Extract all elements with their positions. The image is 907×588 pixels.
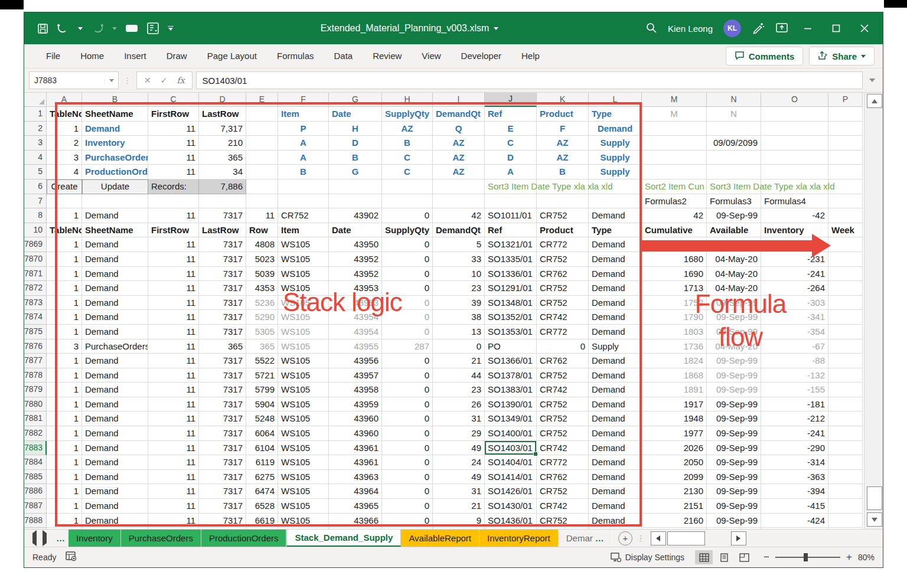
cell-M6[interactable]: Sort2 Item Cun [642, 179, 707, 194]
cell-H7881[interactable]: 0 [382, 411, 433, 426]
cell-M7873[interactable]: 1752 [642, 296, 707, 311]
cell-B8[interactable]: Demand [82, 208, 148, 223]
cell-J7880[interactable]: SO1390/01 [485, 397, 537, 412]
cell-L7884[interactable]: Demand [589, 455, 642, 470]
cell-N7871[interactable]: 04-May-20 [707, 267, 761, 282]
cell-G7879[interactable]: 43958 [329, 383, 382, 397]
comments-button[interactable]: Comments [726, 47, 804, 66]
cell-G7886[interactable]: 43964 [329, 484, 382, 499]
cell-L7878[interactable]: Demand [589, 368, 642, 383]
insert-function-icon[interactable]: fx [177, 76, 184, 85]
redo-icon[interactable] [91, 23, 104, 34]
cell-F7888[interactable]: WS105 [278, 514, 329, 528]
cell-D8[interactable]: 7317 [199, 208, 246, 223]
cell-F7880[interactable]: WS105 [278, 397, 329, 412]
cell-B7888[interactable]: Demand [82, 514, 148, 528]
cell-N7880[interactable]: 09-Sep-99 [707, 397, 761, 412]
cell-E10[interactable]: Row [246, 223, 278, 238]
cell-P7880[interactable] [828, 397, 863, 412]
cell-F7883[interactable]: WS105 [278, 441, 329, 456]
sheet-more-icon[interactable]: … [53, 530, 68, 547]
cell-D7869[interactable]: 7317 [199, 237, 246, 252]
cell-K7874[interactable]: CR742 [537, 310, 589, 325]
cell-D7876[interactable]: 365 [199, 339, 246, 354]
ribbon-tab-file[interactable]: File [36, 44, 70, 68]
column-header-H[interactable]: H [382, 93, 433, 107]
cell-E7[interactable] [246, 194, 278, 209]
cell-G7872[interactable]: 43953 [329, 281, 382, 296]
cell-C7873[interactable]: 11 [148, 296, 199, 311]
cell-K7880[interactable]: CR752 [537, 397, 589, 412]
cell-F7875[interactable]: WS105 [278, 325, 329, 339]
cell-I7872[interactable]: 23 [433, 281, 485, 296]
cell-I1[interactable]: DemandQt [433, 107, 485, 122]
cell-M1[interactable]: M [642, 107, 707, 122]
cell-K7885[interactable]: CR762 [537, 470, 589, 485]
cell-J7869[interactable]: SO1321/01 [485, 237, 537, 252]
cell-A3[interactable]: 2 [47, 136, 82, 151]
cell-J7879[interactable]: SO1383/01 [485, 383, 537, 397]
cell-E8[interactable]: 11 [246, 208, 278, 223]
cell-D7879[interactable]: 7317 [199, 383, 246, 397]
cell-O8[interactable]: -42 [761, 208, 828, 223]
select-all-corner[interactable] [24, 93, 47, 107]
cell-O7882[interactable]: -241 [761, 426, 828, 441]
cell-F4[interactable]: A [278, 151, 329, 165]
sheet-tab-inventoryreport[interactable]: InventoryReport [479, 530, 559, 547]
row-header-4[interactable]: 4 [24, 151, 47, 165]
cell-E7882[interactable]: 6064 [246, 426, 278, 441]
cell-C7875[interactable]: 11 [148, 325, 199, 339]
cell-C7887[interactable]: 11 [148, 499, 199, 514]
cell-B7877[interactable]: Demand [82, 354, 148, 368]
row-header-5[interactable]: 5 [24, 165, 47, 179]
cell-O7886[interactable]: -394 [761, 484, 828, 499]
cell-J7877[interactable]: SO1366/01 [485, 354, 537, 368]
row-header-7882[interactable]: 7882 [24, 426, 47, 441]
cell-E7879[interactable]: 5799 [246, 383, 278, 397]
cell-H7872[interactable]: 0 [382, 281, 433, 296]
cell-I7875[interactable]: 13 [433, 325, 485, 339]
cell-L7870[interactable]: Demand [589, 252, 642, 267]
ribbon-tab-developer[interactable]: Developer [451, 44, 511, 68]
cell-K7882[interactable]: CR752 [537, 426, 589, 441]
cell-M2[interactable] [642, 122, 707, 136]
cell-L7885[interactable]: Demand [589, 470, 642, 485]
page-layout-view-button[interactable] [715, 550, 733, 564]
cell-K3[interactable]: AZ [537, 136, 589, 151]
share-button[interactable]: Share [809, 47, 875, 66]
cell-K7886[interactable]: CR752 [537, 484, 589, 499]
display-settings-button[interactable]: Display Settings [611, 553, 684, 563]
cell-E7869[interactable]: 4808 [246, 237, 278, 252]
cell-F7876[interactable]: WS105 [278, 339, 329, 354]
cell-O7881[interactable]: -212 [761, 411, 828, 426]
cell-M7885[interactable]: 2099 [642, 470, 707, 485]
cell-F7869[interactable]: WS105 [278, 237, 329, 252]
cell-L7881[interactable]: Demand [589, 411, 642, 426]
sheet-tab-availablereport[interactable]: AvailableReport [401, 530, 479, 547]
cell-D7871[interactable]: 7317 [199, 267, 246, 282]
cell-G7887[interactable]: 43965 [329, 499, 382, 514]
cell-L7876[interactable]: Supply [589, 339, 642, 354]
cell-D7880[interactable]: 7317 [199, 397, 246, 412]
cell-N7881[interactable]: 09-Sep-99 [707, 411, 761, 426]
cell-C7882[interactable]: 11 [148, 426, 199, 441]
cell-J7882[interactable]: SO1400/01 [485, 426, 537, 441]
row-header-7872[interactable]: 7872 [24, 281, 47, 296]
cell-N7877[interactable]: 09-Sep-99 [707, 354, 761, 368]
cell-N7872[interactable]: 04-May-20 [707, 281, 761, 296]
cell-H10[interactable]: SupplyQty [382, 223, 433, 238]
cell-E7885[interactable]: 6275 [246, 470, 278, 485]
cell-M7875[interactable]: 1803 [642, 325, 707, 339]
cell-E7881[interactable]: 5248 [246, 411, 278, 426]
cell-D7882[interactable]: 7317 [199, 426, 246, 441]
cell-M3[interactable] [642, 136, 707, 151]
ribbon-tab-data[interactable]: Data [324, 44, 363, 68]
cell-L7877[interactable]: Demand [589, 354, 642, 368]
avatar[interactable]: KL [723, 19, 741, 37]
row-header-7885[interactable]: 7885 [24, 470, 47, 485]
minimize-button[interactable] [799, 24, 817, 32]
cell-N7886[interactable]: 09-Sep-99 [707, 484, 761, 499]
cell-E7884[interactable]: 6119 [246, 455, 278, 470]
cell-O7880[interactable]: -181 [761, 397, 828, 412]
column-header-N[interactable]: N [707, 93, 761, 107]
